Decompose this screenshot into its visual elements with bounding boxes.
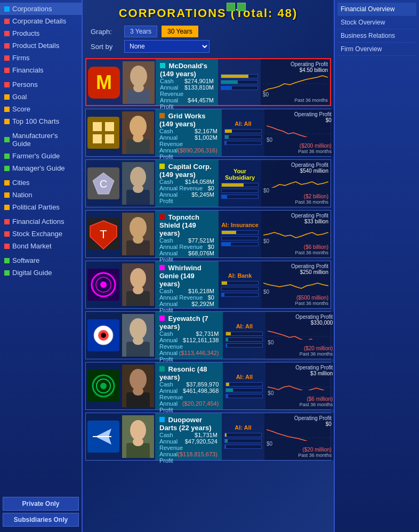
corp-profit-row-resonic: Annual Profit ($20,207,454) [159, 400, 219, 413]
corp-logo-whirlwind-genie [86, 261, 120, 308]
corp-bars-whirlwind-genie [221, 281, 259, 297]
sidebar-item-top100[interactable]: Top 100 Charts [0, 115, 82, 127]
corp-card-topnotch-shield[interactable]: T Topnotch Shield (149 years) Cash $77,5… [85, 210, 331, 258]
sidebar-item-products[interactable]: Products [0, 27, 82, 39]
chart-value-bottom-eyewatch: ($20 million) [268, 345, 333, 351]
subsidiaries-only-button[interactable]: Subsidiaries Only [3, 513, 79, 527]
corp-middle-topnotch-shield: AI: Insurance [219, 211, 261, 257]
chart-title-grid-works: Operating Profit [267, 111, 332, 117]
corp-name-capital-corp: Capital Corp. (149 years) [159, 163, 214, 179]
svg-rect-8 [93, 122, 102, 131]
corporate-details-dot [4, 19, 10, 24]
goal-dot [4, 94, 10, 100]
chart-period-mcdonalds: Past 36 months [263, 98, 328, 103]
corp-bar-topnotch-shield-2 [221, 242, 259, 246]
corp-name-topnotch-shield: Topnotch Shield (149 years) [159, 213, 214, 237]
corp-info-whirlwind-genie: Whirlwind Genie (149 years) Cash $16,218… [155, 261, 219, 308]
graph-30years-button[interactable]: 30 Years [162, 26, 198, 37]
sidebar-item-persons[interactable]: Persons [0, 78, 82, 91]
corp-bar-fill-grid-works-0 [225, 130, 232, 133]
corp-bars-topnotch-shield [221, 230, 259, 246]
right-menu-stock-overview[interactable]: Stock Overview [337, 16, 416, 29]
corp-card-whirlwind-genie[interactable]: Whirlwind Genie (149 years) Cash $16,218… [85, 261, 331, 309]
sparkline-whirlwind-genie [263, 275, 328, 289]
corp-bar-fill-topnotch-shield-0 [222, 231, 236, 234]
corp-revenue-row-whirlwind-genie: Annual Revenue $0 [159, 294, 214, 301]
corp-logo-topnotch-shield: T [86, 211, 120, 257]
corp-name-duopower-darts: Duopower Darts (22 years) [159, 416, 217, 432]
sort-select[interactable]: None Name Revenue Profit Cash [124, 40, 210, 53]
sidebar-item-stock-exchange[interactable]: Stock Exchange [0, 228, 82, 240]
sidebar-item-manufacturers-guide[interactable]: Manufacturer's Guide [0, 130, 82, 150]
sidebar-item-corporations[interactable]: Corporations [0, 3, 82, 15]
corp-logo-grid-works [86, 109, 120, 156]
manufacturers-guide-dot [4, 137, 10, 142]
corp-bar-grid-works-1 [224, 135, 262, 139]
sidebar-item-financials[interactable]: Financials [0, 64, 82, 76]
chart-area-whirlwind-genie [263, 275, 328, 289]
corp-chart-topnotch-shield: Operating Profit $33 billion $0 ($6 bill… [261, 211, 331, 257]
corp-logo-duopower-darts [86, 413, 120, 460]
private-only-button[interactable]: Private Only [3, 497, 79, 511]
corp-bar-fill-mcdonalds-1 [221, 80, 238, 84]
farmers-guide-dot [4, 154, 10, 159]
sidebar-item-nation[interactable]: Nation [0, 189, 82, 201]
right-menu-firm-overview[interactable]: Firm Overview [337, 43, 416, 56]
corp-card-capital-corp[interactable]: C Capital Corp. (149 years) Cash $144,05… [85, 159, 331, 207]
sparkline-topnotch-shield [263, 224, 328, 238]
sidebar-item-software[interactable]: Software [0, 254, 82, 267]
chart-value-bottom-whirlwind-genie: ($500 million) [263, 295, 328, 301]
sidebar-bottom: Private Only Subsidiaries Only [0, 494, 82, 529]
chart-period-eyewatch: Past 36 months [268, 351, 333, 357]
graph-3years-button[interactable]: 3 Years [124, 26, 157, 37]
sidebar-item-score[interactable]: Score [0, 103, 82, 115]
corp-middle-whirlwind-genie: AI: Bank [219, 261, 261, 308]
managers-guide-dot [4, 166, 10, 171]
sidebar-item-bond-market[interactable]: Bond Market [0, 240, 82, 252]
page-title: CORPORATIONS (Total: 48) [85, 6, 331, 20]
corp-logo-resonic [86, 362, 120, 409]
maximize-icon[interactable] [237, 3, 246, 11]
right-menu-business-relations[interactable]: Business Relations [337, 29, 416, 43]
corp-name-resonic: Resonic (48 years) [159, 365, 219, 381]
sidebar-item-firms[interactable]: Firms [0, 52, 82, 64]
corp-card-grid-works[interactable]: Grid Works (149 years) Cash $2,167M Annu… [85, 109, 331, 157]
corp-bar-fill-duopower-darts-0 [225, 433, 227, 437]
corp-card-eyewatch[interactable]: Eyewatch (7 years) Cash $2,731M Annual R… [85, 311, 331, 359]
chart-period-capital-corp: Past 36 months [263, 199, 328, 205]
svg-rect-7 [87, 117, 119, 149]
ai-label-grid-works: AI: All [235, 120, 251, 127]
corp-bar-fill-resonic-0 [226, 383, 229, 386]
corp-info-capital-corp: Capital Corp. (149 years) Cash $144,058M… [155, 160, 219, 207]
chart-title-topnotch-shield: Operating Profit [263, 213, 328, 219]
chart-value-bottom-grid-works: ($200 million) [267, 143, 332, 149]
sidebar-item-political-parties[interactable]: Political Parties [0, 201, 82, 213]
sidebar-item-corporate-details[interactable]: Corporate Details [0, 15, 82, 27]
sidebar-item-digital-guide[interactable]: Digital Guide [0, 267, 82, 279]
corp-card-resonic[interactable]: Resonic (48 years) Cash $37,859,970 Annu… [85, 362, 331, 410]
sidebar-item-managers-guide[interactable]: Manager's Guide [0, 162, 82, 174]
minimize-icon[interactable] [227, 3, 235, 11]
sparkline-capital-corp [263, 174, 328, 188]
svg-point-23 [133, 184, 143, 193]
sidebar-item-farmers-guide[interactable]: Farmer's Guide [0, 150, 82, 162]
corp-bar-fill-topnotch-shield-2 [222, 243, 231, 246]
svg-text:T: T [100, 228, 107, 241]
sidebar-item-financial-actions[interactable]: Financial Actions [0, 215, 82, 228]
chart-value-top-topnotch-shield: $33 billion [263, 219, 328, 224]
corp-profit-row-mcdonalds: Annual Profit $44,457M [160, 97, 214, 110]
corp-middle-mcdonalds [218, 59, 261, 105]
corp-bars-resonic [225, 382, 263, 398]
corp-card-duopower-darts[interactable]: Duopower Darts (22 years) Cash $1,731M A… [85, 413, 331, 461]
corp-logo-eyewatch [86, 312, 120, 359]
right-menu-financial-overview[interactable]: Financial Overview [337, 3, 416, 16]
corp-cash-row-mcdonalds: Cash $274,901M [160, 78, 214, 84]
sidebar-item-cities[interactable]: Cities [0, 176, 82, 189]
sidebar-item-goal[interactable]: Goal [0, 91, 82, 103]
chart-title-resonic: Operating Profit [268, 365, 333, 370]
corp-card-mcdonalds[interactable]: M McDonald's (149 years) Cash $274,901M … [85, 58, 331, 106]
corp-revenue-row-topnotch-shield: Annual Revenue $0 [159, 244, 214, 250]
sidebar-item-product-details[interactable]: Product Details [0, 39, 82, 52]
corp-revenue-row-mcdonalds: Annual Revenue $133,810M [160, 84, 214, 97]
chart-title-whirlwind-genie: Operating Profit [263, 263, 328, 269]
